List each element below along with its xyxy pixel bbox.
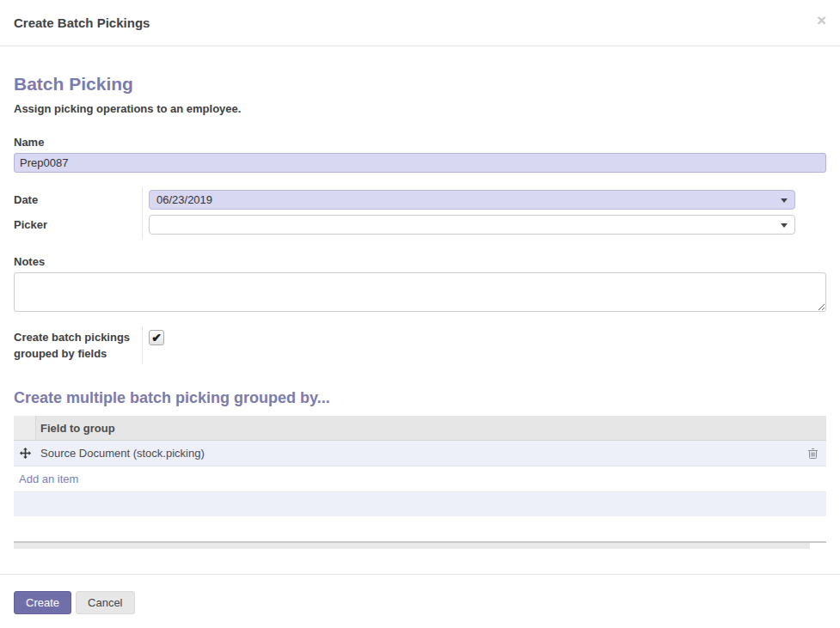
dialog-title: Create Batch Pickings — [14, 15, 150, 30]
dialog-footer: Create Cancel — [0, 574, 840, 628]
drag-handle[interactable] — [14, 448, 36, 459]
page-subtitle: Assign picking operations to an employee… — [14, 102, 826, 115]
handle-column-header — [14, 416, 36, 440]
name-input[interactable] — [14, 153, 826, 173]
chevron-down-icon — [781, 223, 788, 228]
group-by-section-title: Create multiple batch picking grouped by… — [14, 389, 826, 407]
name-field-block: Name — [14, 136, 826, 173]
scrollbar-thumb[interactable] — [14, 543, 810, 549]
notes-textarea[interactable] — [14, 272, 826, 312]
field-to-group-table: Field to group Source Document (stock.pi… — [14, 416, 826, 516]
dialog-header: Create Batch Pickings × — [0, 0, 840, 46]
date-value: 06/23/2019 — [156, 193, 212, 206]
cancel-button[interactable]: Cancel — [76, 591, 134, 614]
trash-icon — [807, 448, 819, 460]
delete-row-button[interactable] — [799, 448, 826, 460]
check-icon: ✔ — [151, 332, 162, 344]
chevron-down-icon — [781, 198, 788, 203]
column-header-field-to-group: Field to group — [36, 416, 826, 440]
table-header-row: Field to group — [14, 416, 826, 441]
name-label: Name — [14, 136, 826, 149]
grouped-checkbox[interactable]: ✔ — [149, 330, 164, 345]
create-batch-pickings-dialog: Create Batch Pickings × Batch Picking As… — [0, 0, 840, 628]
date-picker-group: Date Picker 06/23/2019 — [14, 187, 826, 240]
move-icon — [20, 448, 31, 459]
picker-label: Picker — [14, 212, 142, 237]
grouped-checkbox-row: Create batch pickings grouped by fields … — [14, 326, 826, 364]
dialog-body: Batch Picking Assign picking operations … — [0, 74, 840, 549]
create-button[interactable]: Create — [14, 591, 71, 614]
grouped-label: Create batch pickings grouped by fields — [14, 326, 142, 362]
table-empty-row — [14, 492, 826, 516]
page-title: Batch Picking — [14, 74, 826, 95]
close-icon[interactable]: × — [817, 12, 826, 28]
add-an-item-link[interactable]: Add an item — [14, 466, 826, 492]
horizontal-scrollbar — [14, 541, 826, 549]
notes-field-block: Notes — [14, 255, 826, 312]
date-label: Date — [14, 187, 142, 212]
table-row[interactable]: Source Document (stock.picking) — [14, 441, 826, 466]
notes-label: Notes — [14, 255, 826, 268]
picker-select[interactable] — [149, 215, 795, 235]
date-select[interactable]: 06/23/2019 — [149, 190, 795, 210]
field-to-group-cell[interactable]: Source Document (stock.picking) — [36, 447, 799, 460]
